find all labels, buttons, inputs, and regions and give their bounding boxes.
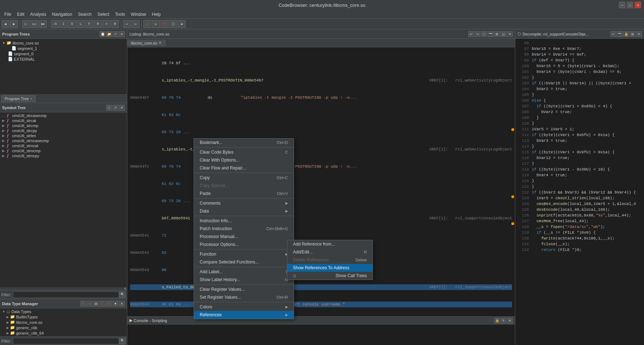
toolbar-step-F[interactable]: F — [85, 20, 93, 28]
ctx-copy-special[interactable]: Copy Special... — [194, 182, 294, 190]
sym-item-4[interactable]: ▶ ƒ cmsUtl_strlen — [1, 133, 126, 138]
program-tree-tab[interactable]: Program Tree × — [1, 95, 35, 102]
decomp-icon-2[interactable]: 📷 — [617, 31, 622, 37]
pt-icon-arrow[interactable]: ↗ — [113, 31, 118, 37]
ctx-processor-options[interactable]: Processor Options... — [194, 241, 294, 248]
tree-segment0[interactable]: 📄 segment_0 — [1, 51, 126, 56]
toolbar-back[interactable]: ◀ — [1, 20, 9, 28]
toolbar-stop[interactable]: ■ — [161, 20, 169, 28]
listing-icon-6[interactable]: ◱ — [501, 31, 506, 37]
toolbar-step-U[interactable]: U — [68, 20, 76, 28]
listing-icon-2[interactable]: ↪ — [475, 31, 480, 37]
sym-item-1[interactable]: ▶ ƒ cmsUtl_strcat — [1, 118, 126, 123]
toolbar-redo[interactable]: ↪ — [132, 20, 139, 28]
ctx-compare-functions[interactable]: Compare Selected Functions... — [194, 258, 294, 266]
sym-item-7[interactable]: ▶ ƒ cmsUtl_strncmp — [1, 148, 126, 153]
pt-tab-close[interactable]: × — [30, 97, 32, 101]
ctx-instruction-info[interactable]: Instruction Info... — [194, 217, 294, 225]
sym-item-5[interactable]: ▶ ƒ cmsUtl_strncasecmp — [1, 138, 126, 143]
dtm-icon-6[interactable]: ▼ — [113, 301, 118, 307]
sym-item-0[interactable]: ... ƒ cmsUtl_strcasecmp — [1, 113, 126, 118]
pt-icon-book[interactable]: 📋 — [100, 31, 105, 37]
close-button[interactable]: ✕ — [635, 2, 641, 8]
minimize-button[interactable]: ─ — [619, 2, 625, 8]
ctx-function[interactable]: Function — [194, 250, 294, 258]
dtm-icon-2[interactable]: → — [87, 301, 93, 307]
decomp-icon-1[interactable]: ↩ — [610, 31, 616, 37]
menu-help[interactable]: Help — [149, 11, 164, 18]
ctx-bookmark[interactable]: Bookmark... Ctrl+D — [194, 139, 294, 146]
sym-item-3[interactable]: ▶ ƒ cmsUtl_strcpy — [1, 128, 126, 133]
toolbar-step-B[interactable]: B — [111, 20, 119, 28]
listing-tab-close[interactable]: ✕ — [158, 41, 162, 45]
listing-icon-1[interactable]: ↩ — [468, 31, 474, 37]
sym-item-2[interactable]: ▶ ƒ cmsUtl_strcmp — [1, 123, 126, 128]
toolbar-step-I[interactable]: I — [60, 20, 67, 28]
sym-item-6[interactable]: ▶ ƒ cmsUtl_strncat — [1, 143, 126, 148]
ctx-patch[interactable]: Patch Instruction Ctrl+Shift+G — [194, 225, 294, 233]
tree-segment1[interactable]: ▶ 📄 segment_1 — [1, 46, 126, 51]
sub-show-references[interactable]: Show References To Address — [287, 264, 373, 272]
console-lock-icon[interactable]: 🔒 — [494, 318, 500, 323]
console-close-icon[interactable]: ✕ — [507, 318, 513, 323]
menu-analysis[interactable]: Analysis — [27, 11, 49, 18]
sub-delete-references[interactable]: Delete References Delete — [287, 256, 373, 264]
listing-icon-5[interactable]: ⊞ — [494, 31, 500, 37]
ctx-clear-register[interactable]: Clear Register Values... — [194, 285, 294, 293]
menu-tools[interactable]: Tools — [112, 11, 128, 18]
listing-icon-4[interactable]: 📷 — [488, 31, 493, 37]
menu-navigation[interactable]: Navigation — [49, 11, 75, 18]
menu-file[interactable]: File — [1, 11, 14, 18]
tree-external[interactable]: 📄 EXTERNAL — [1, 56, 126, 62]
dtm-filter-btn[interactable]: 🔍 — [119, 338, 126, 344]
toolbar-step-R[interactable]: R — [94, 20, 102, 28]
maximize-button[interactable]: □ — [627, 2, 633, 8]
st-icon-2[interactable]: ↗ — [113, 105, 118, 111]
sub-add-reference[interactable]: Add Reference from... — [287, 240, 373, 248]
sym-item-8[interactable]: ▶ ƒ cmsUtl_strncpy — [1, 153, 126, 158]
toolbar-step-L[interactable]: L — [77, 20, 85, 28]
dtm-icon-5[interactable]: − — [106, 301, 112, 307]
toolbar-run[interactable]: ▶ — [152, 20, 160, 28]
ctx-add-label[interactable]: Add Label... L — [194, 268, 294, 276]
toolbar-btn3[interactable]: ⏭ — [39, 20, 47, 28]
sub-add-edit[interactable]: Add/Edit... R — [287, 248, 373, 256]
toolbar-graph[interactable]: ◈ — [178, 20, 186, 28]
dtm-icon-4[interactable]: ✕ — [100, 301, 105, 307]
dtm-icon-3[interactable]: ⊞ — [93, 301, 99, 307]
listing-tab[interactable]: libcms_core.so ✕ — [127, 40, 166, 46]
st-icon-1[interactable]: ⬡ — [106, 105, 112, 111]
decomp-icon-expand[interactable]: ⊞ — [630, 31, 635, 37]
menu-select[interactable]: Select — [94, 11, 112, 18]
pt-icon-close[interactable]: ✕ — [119, 31, 125, 37]
tree-root[interactable]: ▼ 📁 libcms_core.so — [1, 40, 126, 46]
symbol-filter-input[interactable] — [13, 292, 119, 298]
ctx-clear-flow[interactable]: Clear Flow and Repair... — [194, 164, 294, 172]
pt-icon-folder[interactable]: 📁 — [106, 31, 112, 37]
menu-search[interactable]: Search — [75, 11, 94, 18]
console-edit-icon[interactable]: ✎ — [501, 318, 506, 323]
decomp-icon-3[interactable]: 🔒 — [623, 31, 629, 37]
dt-libcms[interactable]: ▶ 📁 libcms_core.so — [1, 320, 126, 325]
decomp-icon-close[interactable]: ✕ — [636, 31, 642, 37]
ctx-colors[interactable]: Colors — [194, 303, 294, 311]
sym-scrollbar[interactable] — [0, 287, 127, 290]
toolbar-btn1[interactable]: ▷ — [22, 20, 30, 28]
listing-icon-close[interactable]: ✕ — [507, 31, 513, 37]
window-controls[interactable]: ─ □ ✕ — [619, 2, 641, 8]
toolbar-check[interactable]: ✓ — [143, 20, 151, 28]
ctx-clear-options[interactable]: Clear With Options... — [194, 156, 294, 164]
ctx-clear-code[interactable]: Clear Code Bytes C — [194, 148, 294, 156]
symbol-filter-btn[interactable]: 🔍 — [119, 292, 126, 298]
dt-generic-clib[interactable]: ▶ 📁 generic_clib — [1, 325, 126, 330]
menu-window[interactable]: Window — [128, 11, 149, 18]
menu-edit[interactable]: Edit — [14, 11, 27, 18]
toolbar-snake[interactable]: ⬡ — [169, 20, 177, 28]
dt-root[interactable]: ▼ 🗂 Data Types — [1, 309, 126, 314]
dtm-icon-1[interactable]: ← — [80, 301, 86, 307]
st-icon-3[interactable]: ✕ — [119, 105, 125, 111]
toolbar-step-into[interactable]: ↓S — [51, 20, 59, 28]
toolbar-btn2[interactable]: ▷▷ — [30, 20, 38, 28]
ctx-show-label-history[interactable]: Show Label History... H — [194, 276, 294, 284]
dtm-filter-input[interactable] — [13, 338, 119, 344]
